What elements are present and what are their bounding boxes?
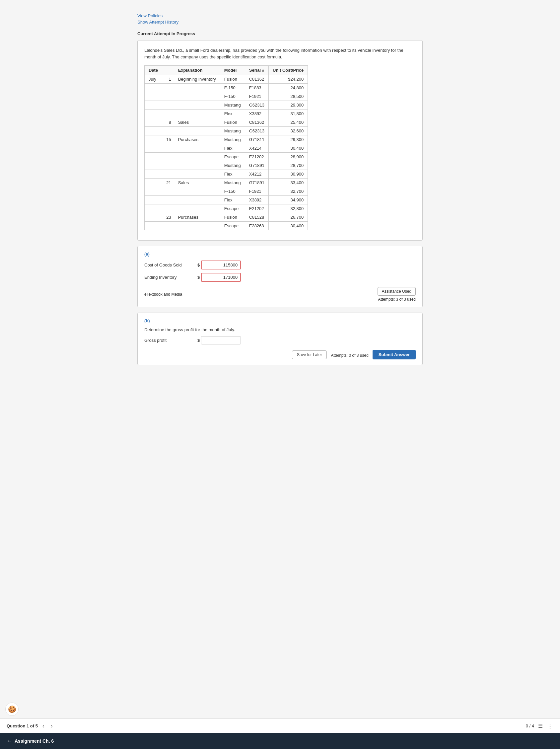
- field-input[interactable]: [201, 260, 241, 270]
- more-icon-button[interactable]: ⋮: [547, 722, 553, 730]
- cell-date: [145, 153, 162, 161]
- cell-date: [145, 196, 162, 205]
- table-row: Flex X3892 34,900: [145, 196, 308, 205]
- cell-model: Flex: [220, 109, 245, 118]
- col-explanation: Explanation: [174, 66, 220, 75]
- part-a-card: (a) Cost of Goods Sold $ Ending Inventor…: [137, 246, 423, 307]
- cell-explanation: [174, 84, 220, 92]
- cell-day: 1: [162, 75, 174, 84]
- gross-profit-label: Gross profit: [144, 338, 197, 343]
- part-a-field-row: Cost of Goods Sold $: [144, 260, 416, 270]
- field-input[interactable]: [201, 273, 241, 282]
- cell-date: [145, 127, 162, 135]
- cell-day: [162, 101, 174, 109]
- cell-explanation: Purchases: [174, 213, 220, 222]
- cell-model: Flex: [220, 170, 245, 178]
- cell-date: [145, 205, 162, 213]
- part-b-card: (b) Determine the gross profit for the m…: [137, 313, 423, 365]
- bottom-bar-back[interactable]: ← Assignment Ch. 6: [7, 738, 54, 744]
- cell-model: Flex: [220, 144, 245, 153]
- cell-model: Flex: [220, 196, 245, 205]
- assistance-used-button[interactable]: Assistance Used: [378, 287, 416, 296]
- cell-serial: G62313: [245, 127, 268, 135]
- cell-serial: F1921: [245, 92, 268, 101]
- part-b-label: (b): [144, 318, 416, 323]
- cell-explanation: [174, 187, 220, 196]
- cell-price: 32,800: [269, 205, 308, 213]
- table-row: 15 Purchases Mustang G71811 29,300: [145, 135, 308, 144]
- cookie-button[interactable]: 🍪: [5, 703, 19, 716]
- table-row: Flex X4212 30,900: [145, 170, 308, 178]
- cell-explanation: [174, 127, 220, 135]
- cell-explanation: [174, 205, 220, 213]
- cell-serial: X4212: [245, 170, 268, 178]
- cell-serial: C81362: [245, 75, 268, 84]
- cell-day: [162, 170, 174, 178]
- table-row: Flex X4214 30,400: [145, 144, 308, 153]
- cell-explanation: [174, 109, 220, 118]
- show-attempt-history-link[interactable]: Show Attempt History: [137, 20, 423, 25]
- cell-price: 25,400: [269, 118, 308, 127]
- gross-profit-input[interactable]: [201, 336, 241, 344]
- cell-explanation: Sales: [174, 118, 220, 127]
- cell-day: 21: [162, 178, 174, 187]
- cell-model: F-150: [220, 187, 245, 196]
- next-question-button[interactable]: ›: [49, 722, 55, 730]
- cell-model: Fusion: [220, 75, 245, 84]
- prev-question-button[interactable]: ‹: [41, 722, 46, 730]
- table-row: Escape E21202 32,800: [145, 205, 308, 213]
- cell-price: 34,900: [269, 196, 308, 205]
- cell-day: [162, 127, 174, 135]
- col-serial: Serial #: [245, 66, 268, 75]
- cell-serial: X3892: [245, 196, 268, 205]
- submit-area: Attempts: 0 of 3 used Submit Answer: [331, 350, 416, 359]
- cell-date: [145, 84, 162, 92]
- part-b-footer: Save for Later Attempts: 0 of 3 used Sub…: [144, 350, 416, 359]
- cell-price: 24,800: [269, 84, 308, 92]
- cell-price: 26,700: [269, 213, 308, 222]
- col-price: Unit Cost/Price: [269, 66, 308, 75]
- back-arrow: ←: [7, 738, 12, 744]
- table-row: Flex X3892 31,800: [145, 109, 308, 118]
- table-row: July 1 Beginning inventory Fusion C81362…: [145, 75, 308, 84]
- cell-model: Escape: [220, 153, 245, 161]
- cell-explanation: [174, 222, 220, 230]
- cell-explanation: [174, 161, 220, 170]
- part-a-attempts: Attempts: 3 of 3 used: [378, 297, 416, 302]
- table-row: Escape E28268 30,400: [145, 222, 308, 230]
- view-policies-link[interactable]: View Policies: [137, 13, 423, 18]
- cell-model: Mustang: [220, 135, 245, 144]
- part-a-footer: eTextbook and Media Assistance Used Atte…: [144, 287, 416, 302]
- submit-answer-button[interactable]: Submit Answer: [372, 350, 416, 359]
- gross-profit-row: Gross profit $: [144, 336, 416, 344]
- cell-day: [162, 144, 174, 153]
- cell-model: Fusion: [220, 213, 245, 222]
- cell-price: 33,400: [269, 178, 308, 187]
- cell-serial: E21202: [245, 153, 268, 161]
- determine-text: Determine the gross profit for the month…: [144, 327, 416, 332]
- cell-explanation: Purchases: [174, 135, 220, 144]
- cell-serial: G71891: [245, 161, 268, 170]
- cell-date: [145, 170, 162, 178]
- cell-explanation: [174, 144, 220, 153]
- bottom-nav: Question 1 of 5 ‹ › 0 / 4 ☰ ⋮: [0, 719, 560, 733]
- cell-day: [162, 92, 174, 101]
- cell-day: 8: [162, 118, 174, 127]
- table-row: F-150 F1883 24,800: [145, 84, 308, 92]
- save-for-later-button[interactable]: Save for Later: [292, 350, 327, 359]
- bottom-bar: ← Assignment Ch. 6: [0, 733, 560, 749]
- list-icon-button[interactable]: ☰: [538, 723, 543, 729]
- cell-serial: C81528: [245, 213, 268, 222]
- cell-day: [162, 196, 174, 205]
- field-label: Ending Inventory: [144, 275, 197, 280]
- part-a-field-row: Ending Inventory $: [144, 273, 416, 282]
- cell-model: F-150: [220, 84, 245, 92]
- col-date: Date: [145, 66, 162, 75]
- part-a-label: (a): [144, 252, 416, 257]
- cell-price: 28,900: [269, 153, 308, 161]
- cell-price: 31,800: [269, 109, 308, 118]
- cell-model: Mustang: [220, 178, 245, 187]
- part-b-attempts: Attempts: 0 of 3 used: [331, 353, 368, 358]
- cell-day: [162, 84, 174, 92]
- cell-explanation: Beginning inventory: [174, 75, 220, 84]
